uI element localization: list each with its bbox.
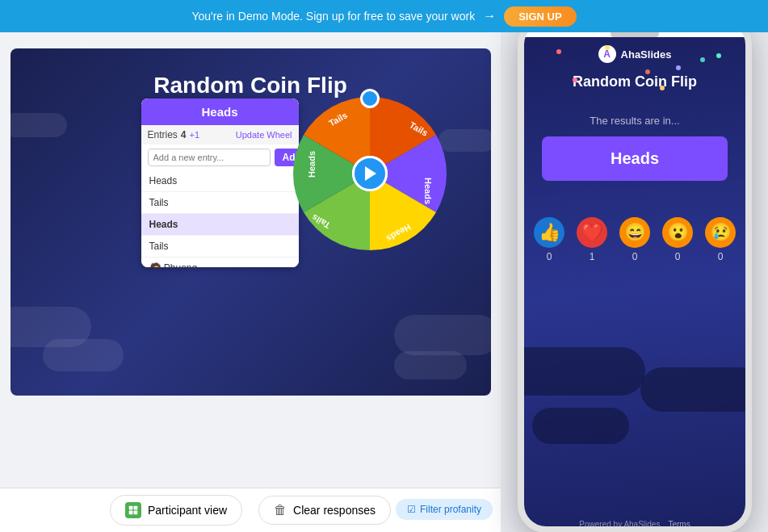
entry-item-phuong: 🧑 Phuong xyxy=(141,258,299,267)
banner-arrow: → xyxy=(483,9,496,23)
participant-view-label: Participant view xyxy=(148,504,227,517)
confetti-8 xyxy=(645,69,650,74)
result-badge: Heads xyxy=(542,136,728,181)
confetti-3 xyxy=(605,45,610,50)
thumbsup-count: 0 xyxy=(547,251,552,262)
sad-emoji: 😢 xyxy=(705,217,736,248)
entry-list: Heads Tails Heads Tails 🧑 Phuong xyxy=(141,170,299,267)
slide-area: Random Coin Flip Heads Entries 4 +1 Upda… xyxy=(0,32,501,532)
phone-screen: A AhaSlides Random Coin Flip The results… xyxy=(524,37,745,532)
svg-rect-3 xyxy=(134,511,138,515)
banner-text: You're in Demo Mode. Sign up for free to… xyxy=(191,10,475,23)
cloud-decoration-3 xyxy=(394,315,491,355)
wheel-panel: Tails Heads Heads Tails Heads Tails xyxy=(289,93,451,254)
reaction-laugh[interactable]: 😄 0 xyxy=(619,217,650,262)
svg-rect-1 xyxy=(134,506,138,510)
confetti-7 xyxy=(660,86,665,90)
confetti-1 xyxy=(556,49,561,54)
thumbsup-emoji: 👍 xyxy=(534,217,564,248)
cloud-decoration-2 xyxy=(43,339,124,371)
confetti-2 xyxy=(700,57,705,62)
entries-count: 4 xyxy=(181,129,187,140)
entry-item: Heads xyxy=(141,170,299,192)
add-entry-input[interactable] xyxy=(148,149,271,166)
participant-view-button[interactable]: Participant view xyxy=(110,495,242,526)
wheel-label: Heads xyxy=(141,98,299,125)
laugh-emoji: 😄 xyxy=(619,217,650,248)
logo-text: AhaSlides xyxy=(621,48,672,61)
phone-cloud-3 xyxy=(532,408,629,444)
laugh-count: 0 xyxy=(632,251,638,262)
phone-mockup: A AhaSlides Random Coin Flip The results… xyxy=(518,16,752,532)
phone-cloud-2 xyxy=(640,367,745,412)
filter-checkbox: ☑ xyxy=(407,504,416,515)
segment-label-heads-3: Heads xyxy=(307,151,317,178)
clear-icon: 🗑 xyxy=(274,503,287,517)
add-entry-row: Add xyxy=(141,145,299,170)
reaction-sad[interactable]: 😢 0 xyxy=(705,217,736,262)
phone-cloud-1 xyxy=(524,347,645,396)
update-wheel-button[interactable]: Update Wheel xyxy=(236,130,292,140)
clear-responses-button[interactable]: 🗑 Clear responses xyxy=(258,496,391,525)
reaction-thumbsup[interactable]: 👍 0 xyxy=(534,217,564,262)
wheel-container: Tails Heads Heads Tails Heads Tails xyxy=(289,93,451,254)
slide-canvas: Random Coin Flip Heads Entries 4 +1 Upda… xyxy=(10,48,491,396)
segment-label-heads-1: Heads xyxy=(423,178,433,204)
entry-item: Tails xyxy=(141,236,299,258)
participant-icon xyxy=(125,502,141,518)
svg-rect-0 xyxy=(129,506,133,510)
signup-button[interactable]: SIGN UP xyxy=(504,6,576,27)
footer-terms[interactable]: Terms xyxy=(668,520,690,529)
main-area: Random Coin Flip Heads Entries 4 +1 Upda… xyxy=(0,32,768,532)
wheel-play-button[interactable] xyxy=(352,156,388,191)
entries-panel: Heads Entries 4 +1 Update Wheel Add Head… xyxy=(141,98,299,267)
sad-count: 0 xyxy=(718,251,724,262)
reaction-wow[interactable]: 😮 0 xyxy=(662,217,693,262)
entries-label: Entries xyxy=(148,129,178,140)
reaction-bar: 👍 0 ❤️ 1 😄 0 😮 0 😢 0 xyxy=(526,205,744,274)
confetti-5 xyxy=(573,77,577,82)
entry-item: Tails xyxy=(141,192,299,214)
results-text: The results are in... xyxy=(590,115,679,127)
demo-banner: You're in Demo Mode. Sign up for free to… xyxy=(0,0,768,32)
cloud-decoration-4 xyxy=(394,351,467,379)
wheel-pointer xyxy=(360,89,380,108)
entries-row: Entries 4 +1 Update Wheel xyxy=(141,125,299,145)
footer-powered: Powered by AhaSlides xyxy=(579,520,660,529)
heart-count: 1 xyxy=(590,251,595,262)
svg-rect-2 xyxy=(129,511,133,515)
heart-emoji: ❤️ xyxy=(577,217,607,248)
slide-title: Random Coin Flip xyxy=(153,73,347,98)
filter-label: Filter profanity xyxy=(420,504,481,515)
wow-emoji: 😮 xyxy=(662,217,693,248)
clear-responses-label: Clear responses xyxy=(293,504,376,517)
phone-title: Random Coin Flip xyxy=(573,73,697,90)
entry-item-highlighted: Heads xyxy=(141,214,299,236)
cloud-decoration-5 xyxy=(10,113,67,137)
entries-plus: +1 xyxy=(190,130,200,140)
reaction-heart[interactable]: ❤️ 1 xyxy=(577,217,607,262)
filter-profanity-button[interactable]: ☑ Filter profanity xyxy=(396,499,493,520)
wow-count: 0 xyxy=(675,251,681,262)
phone-footer: Powered by AhaSlides Terms xyxy=(579,520,690,529)
confetti-4 xyxy=(676,65,681,70)
confetti-6 xyxy=(716,53,721,58)
